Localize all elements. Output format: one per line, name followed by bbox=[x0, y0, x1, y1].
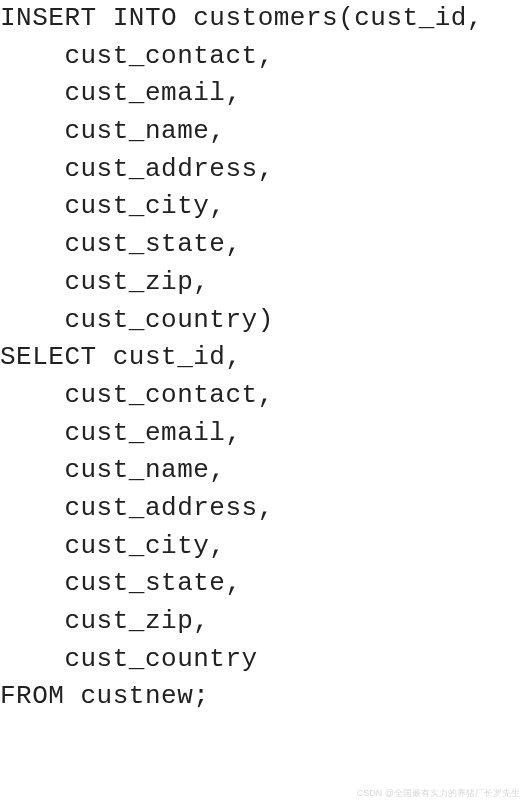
code-line: cust_contact, bbox=[0, 41, 274, 71]
code-line: cust_city, bbox=[0, 191, 225, 221]
code-line: cust_country bbox=[0, 644, 258, 674]
code-line: cust_email, bbox=[0, 418, 242, 448]
code-line: cust_address, bbox=[0, 154, 274, 184]
code-line: cust_country) bbox=[0, 305, 274, 335]
code-line: cust_name, bbox=[0, 116, 225, 146]
code-line: cust_email, bbox=[0, 78, 242, 108]
code-line: SELECT cust_id, bbox=[0, 342, 242, 372]
code-line: cust_zip, bbox=[0, 267, 209, 297]
sql-code-block: INSERT INTO customers(cust_id, cust_cont… bbox=[0, 0, 528, 716]
code-line: cust_zip, bbox=[0, 606, 209, 636]
code-line: FROM custnew; bbox=[0, 681, 209, 711]
code-line: cust_contact, bbox=[0, 380, 274, 410]
code-line: cust_state, bbox=[0, 229, 242, 259]
watermark-text: CSDN @全国最有实力的养猪厂长罗先生 bbox=[357, 787, 520, 800]
code-line: cust_name, bbox=[0, 455, 225, 485]
code-line: cust_state, bbox=[0, 568, 242, 598]
code-line: cust_address, bbox=[0, 493, 274, 523]
code-line: cust_city, bbox=[0, 531, 225, 561]
code-line: INSERT INTO customers(cust_id, bbox=[0, 3, 483, 33]
